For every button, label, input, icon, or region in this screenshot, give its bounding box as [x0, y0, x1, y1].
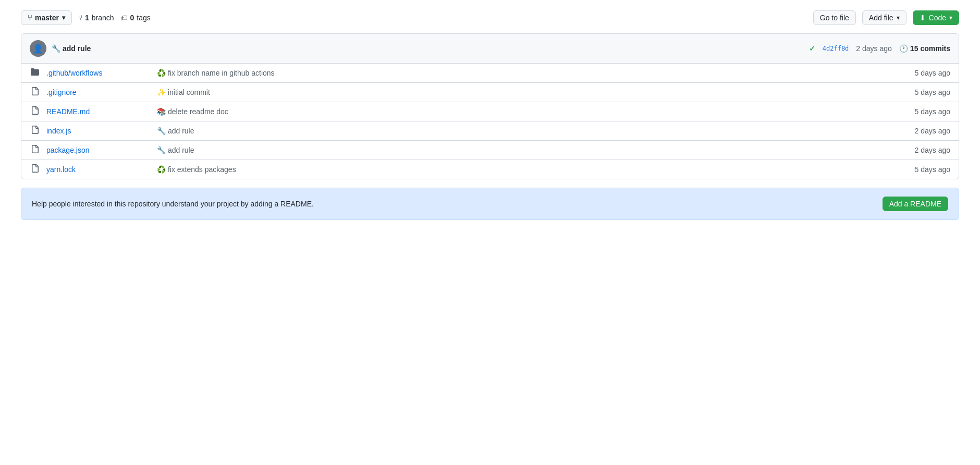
commit-message: 🔧 add rule — [52, 44, 91, 53]
readme-banner-text: Help people interested in this repositor… — [32, 200, 876, 208]
file-icon — [30, 87, 40, 97]
history-icon: 🕐 — [899, 44, 908, 53]
branch-selector-button[interactable]: ⑂ master ▾ — [21, 10, 72, 25]
tag-icon: 🏷 — [120, 14, 128, 22]
go-to-file-button[interactable]: Go to file — [813, 10, 856, 25]
go-to-file-label: Go to file — [820, 14, 849, 22]
commits-link[interactable]: 🕐 15 commits — [899, 44, 950, 53]
file-timestamp: 5 days ago — [903, 69, 950, 77]
table-row: yarn.lock♻️ fix extends packages5 days a… — [21, 160, 959, 179]
commit-bar: 👤 🔧 add rule ✓ 4d2ff8d 2 days ago 🕐 15 c… — [21, 34, 959, 64]
file-commit-message: 📚 delete readme doc — [157, 107, 897, 116]
download-icon: ⬇ — [920, 14, 926, 22]
file-timestamp: 5 days ago — [903, 88, 950, 96]
commit-emoji: 🔧 — [52, 44, 60, 53]
add-readme-label: Add a README — [889, 200, 941, 208]
code-label: Code — [929, 14, 946, 22]
avatar: 👤 — [30, 40, 46, 57]
file-name-link[interactable]: .github/workflows — [46, 69, 151, 77]
file-commit-message: 🔧 add rule — [157, 127, 897, 135]
file-icon — [30, 145, 40, 155]
branch-icon: ⑂ — [28, 14, 32, 22]
avatar-icon: 👤 — [33, 44, 43, 54]
commit-meta: ✓ 4d2ff8d 2 days ago 🕐 15 commits — [809, 44, 950, 53]
add-file-button[interactable]: Add file ▾ — [862, 10, 906, 25]
add-file-label: Add file — [869, 14, 893, 22]
readme-banner: Help people interested in this repositor… — [21, 188, 959, 220]
folder-icon — [30, 68, 40, 78]
branch-name: master — [35, 14, 59, 22]
tag-count-link[interactable]: 🏷 0 tags — [120, 14, 151, 22]
branch-count: 1 — [85, 14, 89, 22]
commit-hash-link[interactable]: 4d2ff8d — [823, 45, 849, 52]
commits-count: 15 — [910, 44, 918, 53]
chevron-down-icon-add: ▾ — [897, 14, 900, 21]
tag-count: 0 — [130, 14, 134, 22]
file-timestamp: 2 days ago — [903, 146, 950, 154]
file-timestamp: 5 days ago — [903, 165, 950, 174]
add-readme-button[interactable]: Add a README — [883, 197, 948, 211]
table-row: .github/workflows♻️ fix branch name in g… — [21, 64, 959, 83]
table-row: .gitignore✨ initial commit5 days ago — [21, 83, 959, 102]
file-timestamp: 2 days ago — [903, 127, 950, 135]
table-row: index.js🔧 add rule2 days ago — [21, 121, 959, 141]
file-browser: 👤 🔧 add rule ✓ 4d2ff8d 2 days ago 🕐 15 c… — [21, 33, 959, 179]
file-icon — [30, 164, 40, 175]
tag-label: tags — [137, 14, 150, 22]
file-commit-message: ✨ initial commit — [157, 88, 897, 96]
file-name-link[interactable]: .gitignore — [46, 88, 151, 96]
code-button[interactable]: ⬇ Code ▾ — [913, 10, 959, 25]
chevron-down-icon: ▾ — [62, 14, 65, 21]
branch-icon-small: ⑂ — [78, 14, 82, 22]
branch-count-link[interactable]: ⑂ 1 branch — [78, 14, 114, 22]
check-icon: ✓ — [809, 44, 815, 53]
file-name-link[interactable]: package.json — [46, 146, 151, 154]
toolbar: ⑂ master ▾ ⑂ 1 branch 🏷 0 tags Go to fil… — [21, 10, 959, 25]
file-icon — [30, 106, 40, 117]
file-name-link[interactable]: README.md — [46, 107, 151, 116]
file-list: .github/workflows♻️ fix branch name in g… — [21, 64, 959, 179]
commits-label: commits — [920, 44, 950, 53]
branch-label: branch — [92, 14, 114, 22]
commit-time: 2 days ago — [856, 44, 892, 53]
chevron-down-icon-code: ▾ — [949, 14, 952, 21]
file-commit-message: ♻️ fix branch name in github actions — [157, 69, 897, 77]
file-timestamp: 5 days ago — [903, 107, 950, 116]
table-row: package.json🔧 add rule2 days ago — [21, 141, 959, 160]
file-name-link[interactable]: yarn.lock — [46, 165, 151, 174]
file-icon — [30, 126, 40, 136]
file-commit-message: ♻️ fix extends packages — [157, 165, 897, 174]
table-row: README.md📚 delete readme doc5 days ago — [21, 102, 959, 121]
file-commit-message: 🔧 add rule — [157, 146, 897, 154]
file-name-link[interactable]: index.js — [46, 127, 151, 135]
